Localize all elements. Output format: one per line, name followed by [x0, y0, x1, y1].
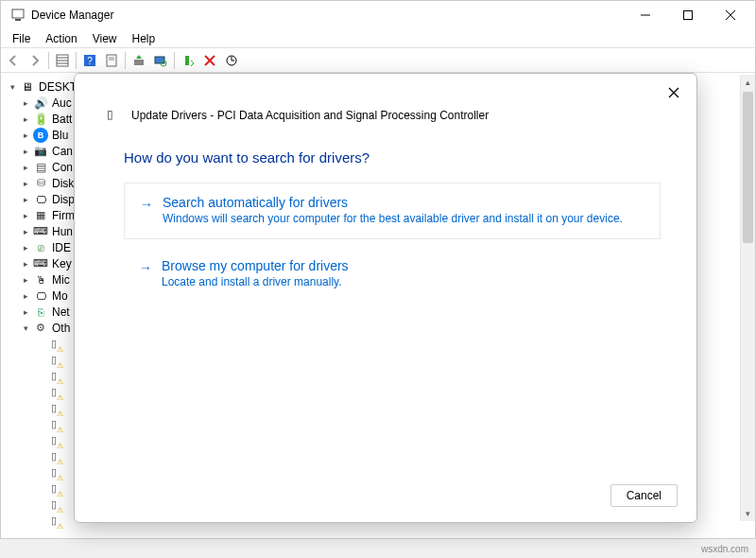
option-description: Locate and install a driver manually. — [162, 275, 645, 288]
unknown-device-warning-icon — [46, 401, 61, 416]
uninstall-device-button[interactable] — [199, 50, 220, 71]
mouse-icon — [33, 272, 48, 288]
hid-icon — [33, 224, 48, 239]
option-browse-computer[interactable]: → Browse my computer for drivers Locate … — [124, 247, 661, 302]
arrow-right-icon: → — [139, 260, 152, 275]
update-driver-button[interactable] — [129, 50, 149, 71]
scroll-down-arrow[interactable]: ▾ — [741, 506, 755, 521]
network-icon — [33, 305, 48, 320]
computer-icon — [20, 79, 35, 95]
minimize-button[interactable] — [624, 1, 666, 29]
unknown-device-warning-icon — [46, 465, 61, 480]
firmware-icon — [33, 208, 48, 223]
expand-icon[interactable]: ▸ — [20, 258, 31, 270]
audio-icon — [33, 96, 48, 111]
svg-rect-3 — [683, 11, 692, 20]
expand-icon[interactable]: ▸ — [20, 210, 31, 221]
expand-icon[interactable]: ▸ — [20, 130, 31, 141]
svg-rect-1 — [15, 19, 21, 21]
enable-device-button[interactable] — [178, 50, 198, 71]
option-description: Windows will search your computer for th… — [163, 212, 644, 225]
device-icon — [107, 108, 122, 123]
help-button[interactable]: ? — [79, 50, 100, 71]
scan-hardware-button[interactable] — [150, 50, 171, 71]
close-dialog-button[interactable] — [664, 83, 683, 102]
unknown-device-warning-icon — [46, 337, 61, 352]
expand-icon[interactable]: ▸ — [20, 274, 31, 286]
menu-help[interactable]: Help — [125, 30, 163, 47]
menu-view[interactable]: View — [85, 30, 125, 47]
update-drivers-dialog: Update Drivers - PCI Data Acquisition an… — [74, 73, 697, 523]
svg-text:?: ? — [87, 56, 93, 66]
menu-file[interactable]: File — [5, 30, 38, 47]
expand-icon[interactable]: ▸ — [20, 113, 31, 125]
toolbar: ? — [1, 48, 755, 73]
collapse-icon[interactable]: ▾ — [7, 81, 18, 93]
unknown-device-warning-icon — [46, 353, 61, 368]
dialog-header: Update Drivers - PCI Data Acquisition an… — [107, 108, 678, 123]
expand-icon[interactable]: ▸ — [20, 178, 31, 189]
svg-rect-12 — [107, 55, 116, 66]
chip-icon — [33, 160, 48, 175]
monitor-icon — [33, 288, 48, 304]
option-search-automatically[interactable]: → Search automatically for drivers Windo… — [124, 183, 661, 239]
svg-rect-16 — [155, 57, 164, 63]
titlebar: Device Manager — [1, 1, 755, 29]
scroll-thumb[interactable] — [743, 92, 753, 243]
unknown-device-warning-icon — [46, 369, 61, 384]
svg-rect-18 — [185, 56, 189, 65]
scan-changes-button[interactable] — [221, 50, 242, 71]
battery-icon — [33, 112, 48, 127]
cancel-button[interactable]: Cancel — [610, 484, 678, 507]
unknown-device-warning-icon — [46, 449, 61, 464]
scroll-up-arrow[interactable]: ▴ — [741, 75, 755, 90]
expand-icon[interactable]: ▸ — [20, 146, 31, 157]
close-window-button[interactable] — [709, 1, 751, 29]
expand-icon[interactable]: ▸ — [20, 97, 31, 109]
menu-action[interactable]: Action — [38, 30, 84, 47]
menubar: File Action View Help — [1, 29, 755, 48]
camera-icon — [33, 144, 48, 159]
properties-button[interactable] — [101, 50, 122, 71]
option-title: Search automatically for drivers — [163, 195, 644, 210]
other-devices-icon — [33, 321, 48, 336]
show-hide-tree-button[interactable] — [52, 50, 73, 71]
expand-icon[interactable]: ▸ — [20, 290, 31, 302]
unknown-device-warning-icon — [46, 385, 61, 400]
unknown-device-warning-icon — [46, 417, 61, 432]
unknown-device-warning-icon — [46, 433, 61, 448]
window-title: Device Manager — [31, 9, 624, 22]
option-title: Browse my computer for drivers — [162, 258, 645, 273]
app-icon — [10, 8, 26, 23]
expand-icon[interactable]: ▸ — [20, 194, 31, 205]
expand-icon[interactable]: ▸ — [20, 242, 31, 253]
bluetooth-icon — [33, 128, 48, 143]
unknown-device-warning-icon — [46, 481, 61, 497]
maximize-button[interactable] — [666, 1, 709, 29]
disk-icon — [33, 176, 48, 191]
svg-rect-0 — [12, 9, 24, 18]
forward-button[interactable] — [25, 50, 45, 71]
unknown-device-warning-icon — [46, 514, 61, 529]
expand-icon[interactable]: ▸ — [20, 306, 31, 318]
collapse-icon[interactable]: ▾ — [20, 323, 31, 334]
unknown-device-warning-icon — [46, 497, 61, 513]
back-button[interactable] — [3, 50, 24, 71]
dialog-question: How do you want to search for drivers? — [124, 149, 678, 166]
expand-icon[interactable]: ▸ — [20, 162, 31, 173]
svg-rect-15 — [134, 60, 144, 65]
watermark: wsxdn.com — [701, 544, 748, 554]
ide-icon — [33, 240, 48, 255]
dialog-title: Update Drivers - PCI Data Acquisition an… — [131, 109, 489, 122]
vertical-scrollbar[interactable]: ▴ ▾ — [740, 75, 755, 521]
display-icon — [33, 192, 48, 207]
arrow-right-icon: → — [140, 197, 153, 212]
expand-icon[interactable]: ▸ — [20, 226, 31, 237]
keyboard-icon — [33, 256, 48, 271]
